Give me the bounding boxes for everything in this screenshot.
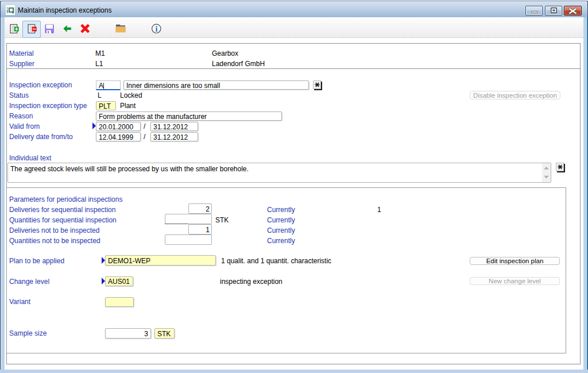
svg-text:i: i <box>155 25 157 33</box>
